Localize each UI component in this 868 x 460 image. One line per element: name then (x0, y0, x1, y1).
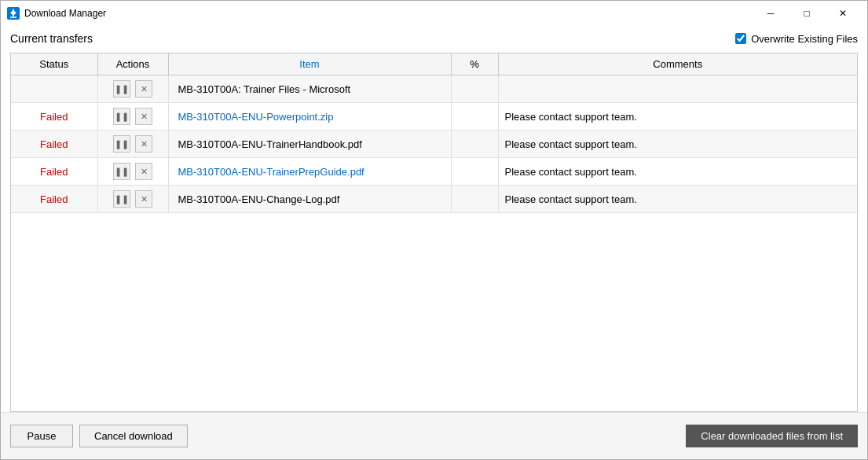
content-area: Current transfers Overwrite Existing Fil… (1, 26, 867, 412)
row-status: Failed (11, 186, 97, 213)
row-actions: ❚❚ ✕ (97, 103, 168, 131)
minimize-button[interactable]: ─ (753, 1, 789, 26)
app-icon (7, 7, 20, 20)
overwrite-label[interactable]: Overwrite Existing Files (751, 33, 858, 45)
row-item: MB-310T00A-ENU-TrainerPrepGuide.pdf (168, 158, 451, 186)
window-title: Download Manager (24, 8, 753, 19)
col-header-status: Status (11, 53, 97, 75)
cancel-download-button[interactable]: Cancel download (79, 425, 188, 447)
maximize-button[interactable]: □ (789, 1, 825, 26)
row-comments: Please contact support team. (498, 103, 857, 131)
row-actions: ❚❚ ✕ (97, 158, 168, 186)
cancel-row-button[interactable]: ✕ (135, 135, 152, 153)
col-header-actions: Actions (97, 53, 168, 75)
overwrite-checkbox[interactable] (735, 33, 746, 44)
row-comments: Please contact support team. (498, 158, 857, 186)
row-status (11, 75, 97, 103)
title-bar: Download Manager ─ □ ✕ (1, 1, 867, 26)
row-item: MB-310T00A-ENU-Change-Log.pdf (168, 186, 451, 213)
row-comments: Please contact support team. (498, 186, 857, 213)
col-header-percent: % (451, 53, 498, 75)
row-actions: ❚❚ ✕ (97, 75, 168, 103)
footer-left-buttons: Pause Cancel download (10, 425, 188, 447)
footer: Pause Cancel download Clear downloaded f… (1, 412, 867, 459)
overwrite-checkbox-area: Overwrite Existing Files (735, 33, 858, 45)
item-link[interactable]: MB-310T00A-ENU-TrainerPrepGuide.pdf (178, 166, 364, 178)
row-percent (451, 75, 498, 103)
row-percent (451, 186, 498, 213)
row-percent (451, 103, 498, 131)
row-item: MB-310T00A-ENU-TrainerHandbook.pdf (168, 131, 451, 158)
downloads-table: Status Actions Item % Comments ❚❚ (11, 53, 857, 213)
row-status: Failed (11, 158, 97, 186)
window-controls: ─ □ ✕ (753, 1, 861, 26)
table-container: Status Actions Item % Comments ❚❚ (10, 53, 858, 412)
col-header-item: Item (168, 53, 451, 75)
row-percent (451, 131, 498, 158)
header-row: Current transfers Overwrite Existing Fil… (10, 32, 858, 45)
pause-row-button[interactable]: ❚❚ (113, 80, 130, 98)
row-item: MB-310T00A-ENU-Powerpoint.zip (168, 103, 451, 131)
row-percent (451, 158, 498, 186)
table-row: Failed ❚❚ ✕ MB-310T00A-ENU-TrainerHandbo… (11, 131, 857, 158)
table-body: ❚❚ ✕ MB-310T00A: Trainer Files - Microso… (11, 75, 857, 213)
row-comments (498, 75, 857, 103)
pause-row-button[interactable]: ❚❚ (113, 163, 130, 180)
row-actions: ❚❚ ✕ (97, 131, 168, 158)
row-status: Failed (11, 103, 97, 131)
close-button[interactable]: ✕ (825, 1, 861, 26)
table-row: Failed ❚❚ ✕ MB-310T00A-ENU-Change-Log.pd… (11, 186, 857, 213)
table-header-row: Status Actions Item % Comments (11, 53, 857, 75)
pause-row-button[interactable]: ❚❚ (113, 135, 130, 153)
item-link[interactable]: MB-310T00A-ENU-Powerpoint.zip (178, 111, 334, 123)
current-transfers-label: Current transfers (10, 32, 93, 45)
cancel-row-button[interactable]: ✕ (135, 163, 152, 180)
pause-row-button[interactable]: ❚❚ (113, 190, 130, 208)
table-row: Failed ❚❚ ✕ MB-310T00A-ENU-Powerpoint.zi… (11, 103, 857, 131)
app-window: Download Manager ─ □ ✕ Current transfers… (0, 0, 868, 460)
cancel-row-button[interactable]: ✕ (135, 190, 152, 208)
row-comments: Please contact support team. (498, 131, 857, 158)
col-header-comments: Comments (498, 53, 857, 75)
pause-button[interactable]: Pause (10, 425, 73, 447)
clear-downloaded-button[interactable]: Clear downloaded files from list (686, 425, 858, 447)
cancel-row-button[interactable]: ✕ (135, 80, 152, 98)
pause-row-button[interactable]: ❚❚ (113, 108, 130, 125)
row-actions: ❚❚ ✕ (97, 186, 168, 213)
row-item: MB-310T00A: Trainer Files - Microsoft (168, 75, 451, 103)
table-row: ❚❚ ✕ MB-310T00A: Trainer Files - Microso… (11, 75, 857, 103)
cancel-row-button[interactable]: ✕ (135, 108, 152, 125)
row-status: Failed (11, 131, 97, 158)
table-row: Failed ❚❚ ✕ MB-310T00A-ENU-TrainerPrepGu… (11, 158, 857, 186)
